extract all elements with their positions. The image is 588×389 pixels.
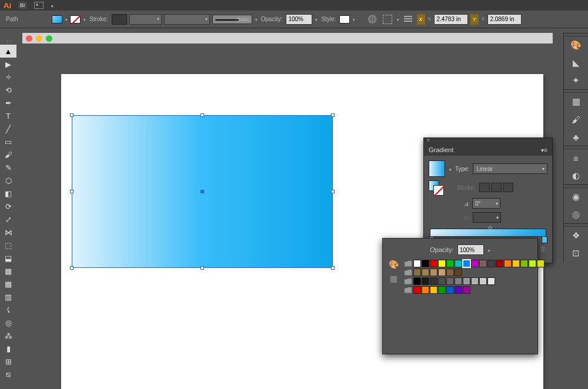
swatch-cell[interactable] (463, 286, 470, 294)
line-tool[interactable]: ╱ (0, 122, 16, 135)
resize-handle-e[interactable] (331, 190, 335, 193)
panel-grip-icon[interactable] (0, 38, 18, 45)
gradient-panel-icon[interactable]: ◐ (564, 167, 588, 185)
gradient-type-dropdown[interactable]: Linear (473, 163, 547, 174)
window-minimize-icon[interactable] (36, 35, 42, 42)
swatch-cell[interactable] (529, 260, 536, 267)
brushes-panel-icon[interactable]: 🖌 (564, 110, 588, 128)
swatch-cell[interactable] (422, 277, 429, 285)
resize-handle-w[interactable] (70, 190, 74, 193)
recolor-artwork-icon[interactable] (366, 14, 379, 25)
eraser-tool[interactable]: ◧ (0, 187, 16, 200)
swatch-cell[interactable] (487, 260, 495, 267)
opacity-dropdown-icon[interactable] (315, 16, 318, 22)
perspective-tool[interactable]: ▦ (0, 264, 16, 277)
swatch-cell[interactable] (446, 269, 454, 276)
swatch-cell[interactable] (446, 286, 454, 294)
resize-handle-n[interactable] (201, 113, 204, 117)
bridge-icon[interactable]: Br (18, 2, 27, 9)
swatch-cell[interactable] (413, 277, 421, 285)
swatch-cell[interactable] (471, 260, 479, 267)
brush-definition-dropdown[interactable] (164, 14, 210, 25)
stroke-profile-preview[interactable]: Basic (212, 15, 252, 24)
rotate-tool[interactable]: ⟳ (0, 200, 16, 213)
swatch-cell[interactable] (455, 277, 462, 285)
rectangle-tool[interactable]: ▭ (0, 135, 16, 148)
selection-tool[interactable]: ▲ (0, 45, 16, 58)
swatch-cell[interactable] (438, 260, 446, 267)
swatch-cell[interactable] (430, 277, 437, 285)
artboard-tool[interactable]: ⊞ (0, 355, 16, 368)
folder-icon[interactable] (405, 279, 412, 284)
slice-tool[interactable]: ⧅ (0, 368, 16, 381)
panel-menu-icon[interactable]: ▾≡ (541, 147, 547, 153)
align-panel-icon[interactable] (402, 14, 415, 25)
stroke-panel-icon[interactable]: ≡ (564, 149, 588, 167)
opacity-input[interactable] (286, 14, 312, 25)
resize-handle-nw[interactable] (70, 113, 74, 117)
swatch-opacity-dropdown-icon[interactable] (487, 246, 490, 253)
resize-handle-ne[interactable] (331, 113, 335, 117)
swatch-cell[interactable] (438, 269, 446, 276)
swatch-cell[interactable] (479, 260, 487, 267)
style-dropdown-icon[interactable] (352, 16, 355, 22)
swatch-cell[interactable] (455, 260, 462, 267)
swatch-cell[interactable] (446, 260, 454, 267)
swatch-cell[interactable] (537, 260, 544, 267)
color-mixer-icon[interactable]: 🎨 (389, 260, 399, 269)
panel-collapse-bar[interactable] (424, 138, 552, 144)
layout-dropdown-icon[interactable] (51, 2, 54, 9)
swatch-grid-icon[interactable]: ▦ (390, 274, 397, 283)
pencil-tool[interactable]: ✎ (0, 161, 16, 174)
document-titlebar[interactable] (22, 33, 553, 43)
transparency-panel-icon[interactable]: ◉ (564, 188, 588, 206)
window-close-icon[interactable] (26, 35, 32, 42)
symbols-panel-icon[interactable]: ♣ (564, 128, 588, 146)
symbol-sprayer-tool[interactable]: ⁂ (0, 329, 16, 342)
gradient-stop-right[interactable] (542, 236, 547, 243)
window-zoom-icon[interactable] (46, 35, 52, 42)
gradient-panel-title[interactable]: Gradient (429, 146, 453, 153)
swatch-cell[interactable] (455, 269, 462, 276)
swatch-cell[interactable] (512, 260, 520, 267)
stroke-width-profile-dropdown[interactable] (129, 14, 162, 25)
gradient-stroke-proxy[interactable] (433, 185, 444, 196)
swatch-cell[interactable] (463, 277, 470, 285)
scale-tool[interactable]: ⤢ (0, 213, 16, 226)
gradient-angle-input[interactable]: 0° (472, 198, 500, 209)
appearance-panel-icon[interactable]: ◎ (564, 206, 588, 223)
swatch-cell[interactable] (438, 277, 446, 285)
swatch-cell[interactable] (413, 269, 421, 276)
swatch-cell[interactable] (413, 260, 421, 267)
stroke-weight-input[interactable] (112, 14, 127, 25)
direct-selection-tool[interactable]: ▶ (0, 58, 16, 71)
gradient-preset-dropdown-icon[interactable] (449, 166, 452, 172)
artboards-panel-icon[interactable]: ⊡ (564, 244, 588, 262)
layout-switcher-icon[interactable] (34, 2, 44, 9)
free-transform-tool[interactable]: ⬚ (0, 239, 16, 251)
stroke-swatch[interactable] (70, 15, 81, 24)
resize-handle-s[interactable] (201, 266, 204, 270)
eyedropper-tool[interactable]: ⤹ (0, 303, 16, 316)
swatch-cell[interactable] (496, 260, 503, 267)
swatch-cell[interactable] (520, 260, 528, 267)
stroke-dropdown-icon[interactable] (83, 16, 86, 22)
folder-icon[interactable] (405, 261, 412, 267)
swatch-opacity-input[interactable] (457, 244, 484, 255)
paintbrush-tool[interactable]: 🖌 (0, 148, 16, 161)
lasso-tool[interactable]: ⟲ (0, 83, 16, 96)
column-graph-tool[interactable]: ▮ (0, 342, 16, 355)
type-tool[interactable]: T (0, 109, 16, 122)
folder-icon[interactable] (405, 287, 412, 293)
swatch-cell[interactable] (430, 269, 437, 276)
swatch-cell[interactable] (413, 286, 421, 294)
stroke-gradient-along-icon[interactable] (491, 183, 502, 192)
blob-brush-tool[interactable]: ⬡ (0, 174, 16, 187)
pen-tool[interactable]: ✒ (0, 96, 16, 109)
folder-icon[interactable] (405, 270, 412, 276)
swatch-cell[interactable] (479, 277, 487, 285)
magic-wand-tool[interactable]: ✧ (0, 71, 16, 83)
swatch-cell[interactable] (430, 286, 437, 294)
color-panel-icon[interactable]: 🎨 (564, 36, 588, 54)
swatch-cell[interactable] (471, 277, 479, 285)
